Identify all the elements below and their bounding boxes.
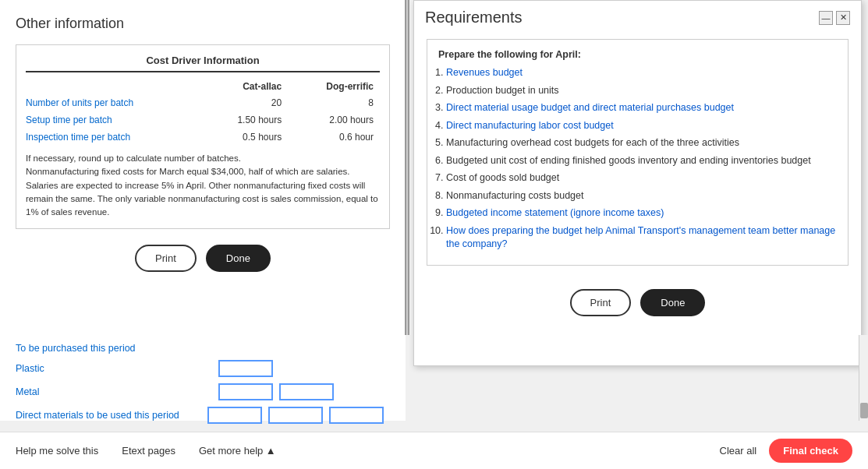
modal-controls: — ✕ [819,11,850,25]
requirements-intro: Prepare the following for April: [438,49,837,60]
list-item: Budgeted unit cost of ending finished go… [446,154,837,168]
list-item: Cost of goods sold budget [446,171,837,185]
more-help-link[interactable]: Get more help ▲ [199,445,276,457]
modal-title: Requirements [425,9,523,26]
direct-materials-input-3[interactable] [329,407,384,424]
left-panel-buttons: Print Done [16,245,390,272]
plastic-label: Plastic [16,363,218,374]
direct-materials-row: Direct materials to be used this period [16,407,390,424]
list-item: Direct material usage budget and direct … [446,101,837,115]
cost-driver-box: Cost Driver Information Cat-allac Dog-er… [16,44,390,229]
scrollbar-thumb[interactable] [860,403,868,418]
row2-val2: 2.00 hours [288,111,380,129]
row1-val1: 20 [200,94,288,111]
clear-all-button[interactable]: Clear all [720,445,757,457]
footer-bar: Help me solve this Etext pages Get more … [0,432,868,469]
modal-header: Requirements — ✕ [414,1,861,31]
list-item: Production budget in units [446,84,837,98]
left-panel-title: Other information [16,16,390,32]
metal-label: Metal [16,386,218,397]
bottom-section: To be purchased this period Plastic Meta… [0,335,406,421]
modal-print-button[interactable]: Print [570,289,632,316]
cost-driver-heading: Cost Driver Information [26,55,380,72]
plastic-row: Plastic [16,360,390,377]
metal-input-2[interactable] [279,383,334,400]
scrollbar[interactable] [859,335,868,421]
bottom-section-title: To be purchased this period [16,343,390,354]
list-item: Manufacturing overhead cost budgets for … [446,136,837,150]
plastic-input[interactable] [218,360,273,377]
col-empty [26,79,200,94]
modal-body: Prepare the following for April: Revenue… [414,31,861,273]
left-panel: Other information Cost Driver Informatio… [0,0,406,335]
final-check-button[interactable]: Final check [769,439,852,463]
cost-driver-note: If necessary, round up to calculate numb… [26,152,380,219]
etext-pages-link[interactable]: Etext pages [122,445,175,457]
list-item: Nonmanufacturing costs budget [446,189,837,203]
row1-val2: 8 [288,94,380,111]
left-done-button[interactable]: Done [206,245,271,272]
modal-done-button[interactable]: Done [640,289,705,316]
list-item: How does preparing the budget help Anima… [446,224,837,252]
direct-materials-label: Direct materials to be used this period [16,410,207,421]
row3-val2: 0.6 hour [288,129,380,146]
left-print-button[interactable]: Print [135,245,197,272]
row3-label: Inspection time per batch [26,129,200,146]
col-dog-errific: Dog-errific [288,79,380,94]
footer-right: Clear all Final check [720,439,853,463]
direct-materials-input-2[interactable] [268,407,323,424]
table-row: Inspection time per batch 0.5 hours 0.6 … [26,129,380,146]
list-item: Revenues budget [446,66,837,80]
row1-label: Number of units per batch [26,94,200,111]
direct-materials-input-1[interactable] [207,407,262,424]
row2-val1: 1.50 hours [200,111,288,129]
table-row: Setup time per batch 1.50 hours 2.00 hou… [26,111,380,129]
close-button[interactable]: ✕ [836,11,850,25]
row3-val1: 0.5 hours [200,129,288,146]
row2-label: Setup time per batch [26,111,200,129]
minimize-button[interactable]: — [819,11,833,25]
table-row: Number of units per batch 20 8 [26,94,380,111]
list-item: Direct manufacturing labor cost budget [446,119,837,133]
requirements-modal: Requirements — ✕ Prepare the following f… [413,0,862,366]
panel-divider [405,0,409,335]
metal-input-1[interactable] [218,383,273,400]
help-solve-link[interactable]: Help me solve this [16,445,98,457]
cost-driver-table: Cat-allac Dog-errific Number of units pe… [26,79,380,146]
modal-buttons: Print Done [414,289,861,316]
requirements-list: Revenues budget Production budget in uni… [438,66,837,252]
metal-row: Metal [16,383,390,400]
list-item: Budgeted income statement (ignore income… [446,206,837,220]
col-cat-allac: Cat-allac [200,79,288,94]
requirements-box: Prepare the following for April: Revenue… [427,39,849,266]
